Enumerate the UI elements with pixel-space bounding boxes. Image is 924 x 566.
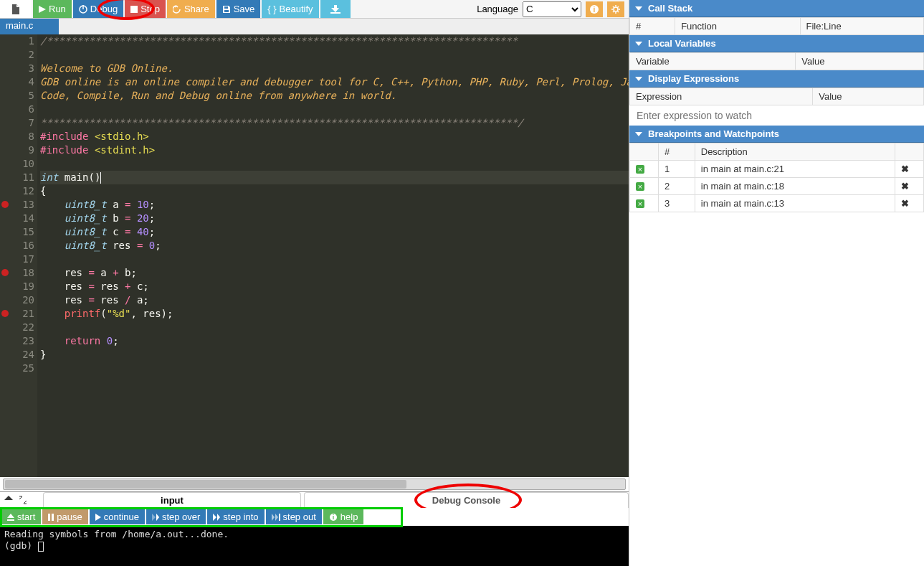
dbg-help-button[interactable]: i help [323, 509, 364, 524]
language-select[interactable]: C [523, 1, 581, 17]
code-line[interactable] [40, 362, 629, 375]
info-icon: i [589, 4, 599, 14]
code-line[interactable]: uint8_t a = 10; [40, 198, 629, 212]
run-button[interactable]: Run [33, 0, 72, 18]
locals-header[interactable]: Local Variables [629, 35, 924, 52]
chevron-down-icon [635, 42, 642, 46]
line-number[interactable]: 24 [0, 348, 34, 362]
debug-button[interactable]: Debug [73, 0, 123, 18]
col-val: Value [813, 88, 924, 105]
line-number[interactable]: 16 [0, 239, 34, 253]
dbg-start-button[interactable]: start [1, 509, 41, 524]
bp-description: in main at main.c:13 [695, 195, 895, 212]
line-number[interactable]: 20 [0, 293, 34, 307]
code-line[interactable]: /***************************************… [40, 34, 629, 48]
breakpoint-enabled-icon[interactable] [636, 165, 644, 174]
line-number[interactable]: 6 [0, 103, 34, 116]
code-line[interactable]: Welcome to GDB Online. [40, 62, 629, 75]
code-line[interactable] [40, 48, 629, 62]
collapse-icon[interactable] [4, 496, 13, 504]
col-num: # [630, 18, 675, 35]
debug-toolbar: start pause continue step over step into [0, 508, 629, 526]
code-line[interactable]: printf("%d", res); [40, 307, 629, 321]
dbg-continue-label: continue [104, 511, 139, 522]
line-number[interactable]: 4 [0, 75, 34, 89]
expand-icon[interactable] [19, 496, 27, 504]
delete-breakpoint-icon[interactable]: ✖ [901, 198, 909, 209]
line-number[interactable]: 5 [0, 89, 34, 103]
share-button[interactable]: Share [167, 0, 215, 18]
line-number[interactable]: 12 [0, 184, 34, 198]
main-toolbar: Run Debug Stop Share Save { } Beautify [0, 0, 629, 19]
beautify-button[interactable]: { } Beautify [262, 0, 318, 18]
settings-button[interactable] [607, 1, 624, 17]
input-tab[interactable]: input [43, 492, 301, 508]
line-number[interactable]: 17 [0, 253, 34, 266]
code-line[interactable]: return 0; [40, 334, 629, 348]
file-tab-main[interactable]: main.c [0, 19, 59, 34]
code-line[interactable]: uint8_t res = 0; [40, 239, 629, 253]
code-line[interactable]: uint8_t c = 40; [40, 225, 629, 239]
line-number[interactable]: 2 [0, 48, 34, 62]
bp-number: 3 [659, 195, 695, 212]
download-button[interactable] [320, 0, 351, 18]
bp-description: in main at main.c:21 [695, 161, 895, 178]
code-line[interactable]: Code, Compile, Run and Debug online from… [40, 89, 629, 103]
breakpoint-enabled-icon[interactable] [636, 182, 644, 191]
code-line[interactable] [40, 321, 629, 334]
code-line[interactable]: int main() [40, 171, 629, 184]
play-icon [39, 6, 46, 13]
breakpoint-enabled-icon[interactable] [636, 199, 644, 208]
code-line[interactable]: res = a + b; [40, 266, 629, 280]
code-line[interactable] [40, 157, 629, 171]
line-number[interactable]: 22 [0, 321, 34, 334]
code-line[interactable]: { [40, 184, 629, 198]
dbg-stepout-button[interactable]: step out [266, 509, 322, 524]
svg-point-7 [614, 7, 618, 11]
code-line[interactable]: res = res / a; [40, 293, 629, 307]
dbg-pause-button[interactable]: pause [42, 509, 87, 524]
line-number[interactable]: 18 [0, 266, 34, 280]
line-number[interactable]: 23 [0, 334, 34, 348]
line-number[interactable]: 13 [0, 198, 34, 212]
code-line[interactable] [40, 103, 629, 116]
pause-icon [48, 514, 54, 521]
code-line[interactable]: } [40, 348, 629, 362]
line-number[interactable]: 21 [0, 307, 34, 321]
code-line[interactable]: ****************************************… [40, 116, 629, 130]
line-number[interactable]: 11 [0, 171, 34, 184]
line-number[interactable]: 25 [0, 362, 34, 375]
line-number[interactable]: 8 [0, 130, 34, 143]
save-button[interactable]: Save [216, 0, 261, 18]
delete-breakpoint-icon[interactable]: ✖ [901, 181, 909, 192]
dbg-continue-button[interactable]: continue [90, 509, 145, 524]
dbg-stepover-button[interactable]: step over [146, 509, 206, 524]
line-number[interactable]: 7 [0, 116, 34, 130]
line-number[interactable]: 14 [0, 212, 34, 225]
delete-breakpoint-icon[interactable]: ✖ [901, 164, 909, 174]
code-editor[interactable]: 1234567891011121314151617181920212223242… [0, 34, 629, 477]
stop-button[interactable]: Stop [125, 0, 166, 18]
code-line[interactable]: GDB online is an online compiler and deb… [40, 75, 629, 89]
info-button[interactable]: i [586, 1, 603, 17]
line-number[interactable]: 19 [0, 280, 34, 293]
dbg-stepinto-button[interactable]: step into [207, 509, 264, 524]
line-number[interactable]: 9 [0, 143, 34, 157]
display-header[interactable]: Display Expressions [629, 70, 924, 88]
debug-console[interactable]: Reading symbols from /home/a.out...done.… [0, 526, 629, 566]
debug-console-tab[interactable]: Debug Console [304, 492, 629, 508]
code-line[interactable]: uint8_t b = 20; [40, 212, 629, 225]
code-line[interactable] [40, 253, 629, 266]
code-line[interactable]: res = res + c; [40, 280, 629, 293]
editor-scrollbar[interactable] [3, 478, 626, 490]
code-line[interactable]: #include <stdint.h> [40, 143, 629, 157]
line-number[interactable]: 3 [0, 62, 34, 75]
line-number[interactable]: 15 [0, 225, 34, 239]
code-line[interactable]: #include <stdio.h> [40, 130, 629, 143]
line-number[interactable]: 10 [0, 157, 34, 171]
breakpoints-header[interactable]: Breakpoints and Watchpoints [629, 126, 924, 143]
line-number[interactable]: 1 [0, 34, 34, 48]
new-file-button[interactable] [0, 0, 32, 18]
watch-expression-input[interactable] [629, 105, 924, 126]
callstack-header[interactable]: Call Stack [629, 0, 924, 17]
